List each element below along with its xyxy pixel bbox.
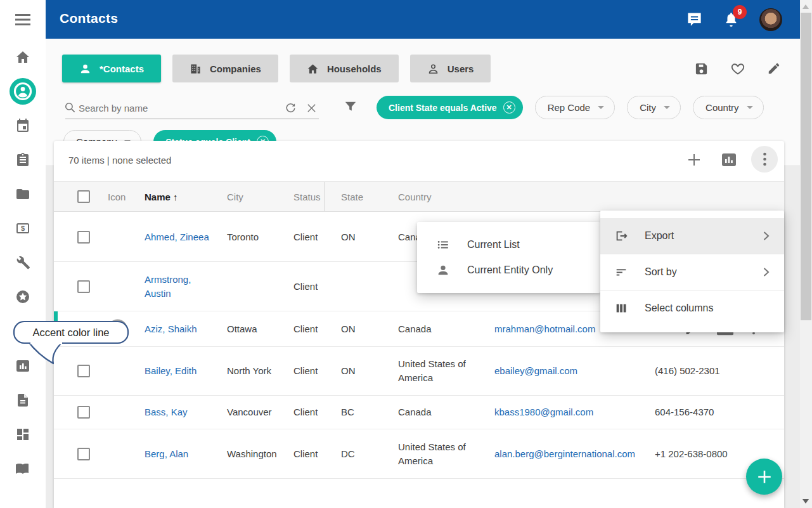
- documents-icon[interactable]: [0, 393, 46, 408]
- chevron-right-icon: [763, 231, 770, 241]
- column-header-state[interactable]: State: [341, 192, 392, 202]
- reports-chart-icon[interactable]: [0, 358, 46, 374]
- row-checkbox[interactable]: [77, 280, 90, 293]
- contact-initials-avatar[interactable]: SA: [108, 319, 127, 339]
- export-submenu: Current List Current Entity Only: [417, 222, 600, 293]
- person-outline-icon: [427, 63, 439, 75]
- contact-email-link[interactable]: alan.berg@berginternational.com: [494, 447, 653, 461]
- columns-icon: [614, 301, 628, 315]
- menu-item-export[interactable]: Export: [600, 218, 784, 254]
- add-icon[interactable]: [686, 152, 702, 167]
- filter-chip-client-state[interactable]: Client State equals Active ✕: [377, 96, 523, 119]
- contact-name-link[interactable]: Bailey, Edith: [145, 364, 209, 378]
- sort-ascending-arrow: ↑: [173, 192, 178, 202]
- remove-filter-icon[interactable]: ✕: [503, 101, 515, 114]
- knowledgebase-book-icon[interactable]: [0, 461, 46, 476]
- row-checkbox[interactable]: [77, 448, 90, 460]
- select-all-checkbox[interactable]: [77, 190, 90, 203]
- contact-name-link[interactable]: Armstrong, Austin: [145, 273, 209, 301]
- tab-households[interactable]: Households: [290, 55, 399, 82]
- add-contact-fab[interactable]: [746, 459, 782, 495]
- submenu-item-current-list[interactable]: Current List: [417, 232, 600, 257]
- frozen-columns-divider: [324, 182, 325, 211]
- more-vert-icon[interactable]: [751, 146, 778, 173]
- items-summary: 70 items | none selected: [68, 155, 171, 166]
- table-row[interactable]: Berg, Alan Washington Client DC United S…: [54, 429, 784, 479]
- favorites-star-icon[interactable]: [0, 289, 46, 304]
- app-bar: Contacts 9: [46, 0, 800, 39]
- chat-icon[interactable]: [686, 11, 703, 28]
- refresh-icon[interactable]: [285, 102, 297, 114]
- sidebar: $: [0, 0, 46, 508]
- notification-count-badge: 9: [733, 5, 747, 19]
- scroll-up-arrow-icon[interactable]: [802, 4, 809, 9]
- row-checkbox[interactable]: [77, 323, 90, 335]
- tab-users[interactable]: Users: [410, 55, 491, 82]
- filter-chips-row1: Client State equals Active ✕ Rep Code Ci…: [377, 96, 764, 119]
- save-icon[interactable]: [694, 62, 709, 76]
- person-icon: [436, 263, 450, 277]
- search-icon: [64, 101, 76, 114]
- home-icon[interactable]: [0, 49, 46, 65]
- notifications-bell-icon[interactable]: 9: [723, 11, 739, 28]
- home-icon: [307, 63, 319, 75]
- chevron-right-icon: [763, 267, 770, 277]
- person-icon: [79, 63, 91, 75]
- chevron-down-icon: [598, 106, 604, 109]
- contacts-icon[interactable]: [0, 77, 46, 105]
- filter-funnel-icon[interactable]: [344, 100, 358, 114]
- chart-view-icon[interactable]: [721, 153, 737, 167]
- search-input[interactable]: [79, 99, 262, 117]
- plus-icon: [756, 469, 773, 485]
- chevron-down-icon: [664, 106, 670, 109]
- calendar-icon[interactable]: [0, 118, 46, 133]
- row-checkbox[interactable]: [77, 406, 90, 419]
- tab-companies[interactable]: Companies: [172, 55, 278, 82]
- filter-chip-city[interactable]: City: [627, 96, 681, 119]
- menu-icon[interactable]: [0, 12, 46, 27]
- contact-name-link[interactable]: Berg, Alan: [145, 447, 209, 461]
- context-menu: Export Sort by Select columns: [600, 211, 784, 332]
- scroll-down-arrow-icon[interactable]: [802, 499, 809, 504]
- chevron-down-icon: [747, 106, 753, 109]
- submenu-item-current-entity-only[interactable]: Current Entity Only: [417, 257, 600, 283]
- billing-dollar-icon[interactable]: $: [0, 221, 46, 236]
- table-row[interactable]: Bailey, Edith North York Client ON Unite…: [54, 347, 784, 396]
- edit-pencil-icon[interactable]: [767, 62, 781, 76]
- column-header-city[interactable]: City: [227, 192, 290, 202]
- entity-tabs: *Contacts Companies Households Users: [62, 55, 491, 82]
- menu-item-sort-by[interactable]: Sort by: [600, 254, 784, 290]
- tab-contacts[interactable]: *Contacts: [62, 55, 161, 82]
- accent-color-line: [54, 311, 58, 346]
- page-title: Contacts: [60, 11, 118, 26]
- user-avatar[interactable]: [759, 8, 782, 31]
- contact-name-link[interactable]: Bass, Kay: [145, 405, 209, 419]
- row-checkbox[interactable]: [77, 365, 90, 377]
- contact-email-link[interactable]: kbass1980@gmail.com: [494, 405, 653, 419]
- column-header-icon[interactable]: Icon: [108, 192, 126, 202]
- building-icon: [190, 63, 202, 75]
- vertical-scrollbar[interactable]: [800, 0, 812, 508]
- export-icon: [614, 229, 628, 243]
- table-header: Icon Name ↑ City Status State Country: [54, 181, 784, 212]
- menu-item-select-columns[interactable]: Select columns: [600, 290, 784, 326]
- clear-search-icon[interactable]: [306, 103, 317, 114]
- tasks-clipboard-icon[interactable]: [0, 152, 46, 167]
- favorite-heart-icon[interactable]: [730, 62, 745, 76]
- tools-wrench-icon[interactable]: [0, 255, 46, 270]
- filter-chip-rep-code[interactable]: Rep Code: [535, 96, 615, 119]
- column-header-status[interactable]: Status: [293, 192, 339, 202]
- list-icon: [436, 238, 450, 252]
- table-row[interactable]: Bass, Kay Vancouver Client BC Canada kba…: [54, 396, 784, 429]
- column-header-country[interactable]: Country: [398, 192, 493, 202]
- contact-name-link[interactable]: Ahmed, Zineea: [145, 230, 209, 244]
- row-checkbox[interactable]: [77, 231, 90, 244]
- contact-name-link[interactable]: Aziz, Shaikh: [145, 322, 209, 336]
- contact-email-link[interactable]: ebailey@gmail.com: [494, 364, 653, 378]
- column-header-name[interactable]: Name ↑: [145, 192, 209, 202]
- filter-chip-country[interactable]: Country: [693, 96, 764, 119]
- folder-icon[interactable]: [0, 186, 46, 202]
- scrollbar-thumb[interactable]: [801, 13, 811, 320]
- svg-text:$: $: [21, 225, 25, 232]
- dashboard-icon[interactable]: [0, 427, 46, 442]
